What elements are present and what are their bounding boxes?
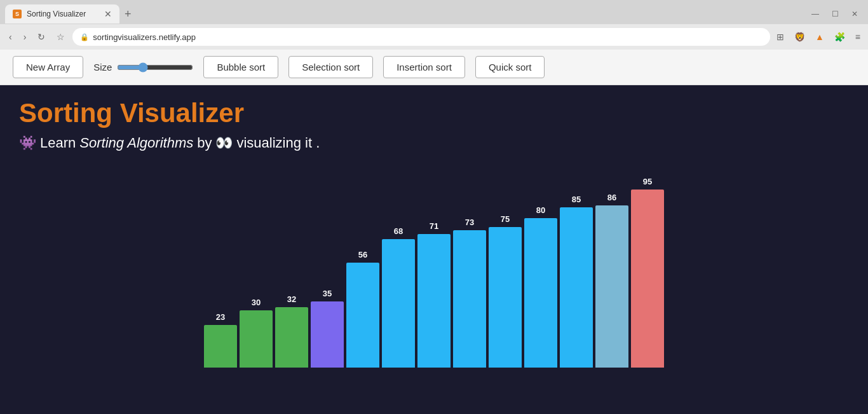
selection-sort-button[interactable]: Selection sort xyxy=(288,56,373,78)
quick-sort-button[interactable]: Quick sort xyxy=(475,56,545,78)
bar-item: 35 xyxy=(311,190,344,368)
maximize-button[interactable]: ☐ xyxy=(827,8,844,20)
tab-favicon: S xyxy=(13,10,22,18)
bar-value-label: 71 xyxy=(430,221,438,231)
window-controls: — ☐ ✕ xyxy=(806,8,863,20)
bar-value-label: 56 xyxy=(358,250,367,259)
bookmark-button[interactable]: ☆ xyxy=(53,29,69,45)
bar-value-label: 80 xyxy=(536,205,545,215)
bar-value-label: 23 xyxy=(216,312,225,322)
bar-item: 73 xyxy=(453,190,486,368)
bar-item: 86 xyxy=(595,190,628,368)
bar-value-label: 35 xyxy=(323,289,332,298)
bar-value-label: 85 xyxy=(572,195,581,204)
bar-value-label: 32 xyxy=(287,294,296,304)
bar-rect xyxy=(240,310,273,368)
bar-value-label: 30 xyxy=(252,298,261,307)
nav-bar: ‹ › ↻ ☆ 🔒 sortingvisualizers.netlify.app… xyxy=(0,24,868,50)
address-text: sortingvisualizers.netlify.app xyxy=(93,32,763,42)
app-content: Sorting Visualizer 👾 Learn Sorting Algor… xyxy=(0,85,868,414)
bar-value-label: 68 xyxy=(394,226,403,236)
bar-rect xyxy=(204,325,237,368)
subtitle-em: Sorting Algorithms xyxy=(79,135,193,151)
bar-rect xyxy=(631,190,664,368)
refresh-button[interactable]: ↻ xyxy=(34,29,49,45)
tab-title: Sorting Visualizer xyxy=(27,10,86,18)
insertion-sort-button[interactable]: Insertion sort xyxy=(383,56,465,78)
extensions-button[interactable]: ⊞ xyxy=(774,29,787,45)
bar-item: 30 xyxy=(240,190,273,368)
browser-chrome: S Sorting Visualizer ✕ + — ☐ ✕ ‹ › ↻ ☆ 🔒… xyxy=(0,0,868,50)
bar-item: 85 xyxy=(560,190,593,368)
bar-value-label: 75 xyxy=(501,214,510,224)
bar-item: 32 xyxy=(275,190,308,368)
menu-button[interactable]: ≡ xyxy=(853,29,863,45)
puzzle-icon[interactable]: 🧩 xyxy=(832,29,848,45)
bar-rect xyxy=(524,218,557,368)
bar-rect xyxy=(560,207,593,368)
subtitle-by: by xyxy=(197,135,212,151)
bar-item: 68 xyxy=(382,190,415,368)
emoji-eyes: 👀 xyxy=(215,135,233,151)
bars-container: 23303235566871737580858695 xyxy=(19,164,849,368)
tab-close-button[interactable]: ✕ xyxy=(104,9,112,19)
minimize-button[interactable]: — xyxy=(806,8,824,20)
bar-item: 71 xyxy=(417,190,451,368)
address-bar[interactable]: 🔒 sortingvisualizers.netlify.app xyxy=(72,28,770,46)
back-button[interactable]: ‹ xyxy=(5,29,16,45)
bar-rect xyxy=(382,239,415,368)
bar-item: 23 xyxy=(204,190,237,368)
close-button[interactable]: ✕ xyxy=(846,8,863,20)
forward-button[interactable]: › xyxy=(20,29,31,45)
bar-value-label: 73 xyxy=(465,217,474,227)
new-tab-button[interactable]: + xyxy=(119,8,137,21)
bar-rect xyxy=(346,263,379,368)
subtitle-learn: Learn xyxy=(40,135,76,151)
bar-rect xyxy=(417,234,451,368)
size-control: Size xyxy=(93,62,193,72)
bar-rect xyxy=(311,301,344,368)
lock-icon: 🔒 xyxy=(80,33,89,41)
tab-bar: S Sorting Visualizer ✕ + — ☐ ✕ xyxy=(0,0,868,24)
bar-value-label: 86 xyxy=(607,193,616,202)
size-label: Size xyxy=(93,62,112,72)
bar-value-label: 95 xyxy=(643,177,652,186)
bar-item: 75 xyxy=(489,190,522,368)
bar-rect xyxy=(453,230,486,368)
app-title: Sorting Visualizer xyxy=(19,98,849,128)
bar-rect xyxy=(275,307,308,368)
bar-item: 80 xyxy=(524,190,557,368)
app-toolbar: New Array Size Bubble sort Selection sor… xyxy=(0,50,868,85)
bar-item: 95 xyxy=(631,190,664,368)
size-slider[interactable] xyxy=(117,62,193,72)
bar-item: 56 xyxy=(346,190,379,368)
browser-icons: ⊞ 🦁 ▲ 🧩 ≡ xyxy=(774,29,863,45)
bar-rect xyxy=(595,205,628,368)
subtitle-post: visualizing it . xyxy=(236,135,320,151)
emoji-robot: 👾 xyxy=(19,135,36,151)
bubble-sort-button[interactable]: Bubble sort xyxy=(203,56,278,78)
new-array-button[interactable]: New Array xyxy=(13,56,83,78)
brave-rewards-icon[interactable]: ▲ xyxy=(813,29,827,45)
brave-shield-icon[interactable]: 🦁 xyxy=(792,29,808,45)
bar-rect xyxy=(489,227,522,368)
active-tab[interactable]: S Sorting Visualizer ✕ xyxy=(5,4,119,24)
app-subtitle: 👾 Learn Sorting Algorithms by 👀 visualiz… xyxy=(19,135,849,151)
